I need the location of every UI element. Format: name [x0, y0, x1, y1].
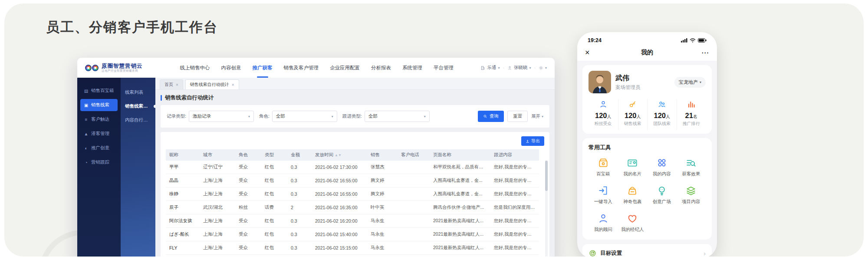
- tab-close-icon[interactable]: ×: [176, 82, 178, 87]
- goal-setting-row[interactable]: 目标设置 ›: [582, 244, 712, 257]
- table-cell: 叶中英: [367, 201, 398, 214]
- filter-select[interactable]: 全部▾: [272, 111, 337, 122]
- user-menu[interactable]: 张晓晓▾: [507, 65, 531, 71]
- filter-select[interactable]: 激励记录▾: [189, 111, 254, 122]
- company-switcher[interactable]: 乐通▾: [480, 65, 500, 71]
- column-header[interactable]: 类型: [261, 149, 287, 161]
- main-menu-item[interactable]: 平台管理: [434, 65, 454, 71]
- table-cell: [398, 174, 430, 188]
- table-cell: 话费: [261, 201, 287, 214]
- main-menu-item[interactable]: 内容创意: [221, 65, 241, 71]
- sidebar-item[interactable]: ▣销售线索: [80, 99, 118, 111]
- more-menu-icon[interactable]: ⋯: [701, 49, 709, 56]
- filter-group: 角色:全部▾: [259, 111, 337, 122]
- table-cell: 2021最新热卖高端红人...: [430, 214, 490, 228]
- reset-button[interactable]: 重置: [507, 111, 528, 122]
- tool-item[interactable]: 一键导入: [589, 185, 618, 205]
- org-selector[interactable]: 宝龙地产▾: [674, 77, 706, 88]
- tool-label: 获客效果: [682, 171, 700, 177]
- tool-item[interactable]: 项目内容: [677, 185, 706, 205]
- submenu-item[interactable]: 销售线索自...: [121, 99, 155, 113]
- tool-item[interactable]: 我的内容: [647, 157, 677, 177]
- building-icon: [480, 66, 485, 70]
- tool-label: 神奇包裹: [623, 199, 641, 205]
- column-header[interactable]: 客户电话: [398, 149, 430, 161]
- column-header[interactable]: 发放时间▲▼: [312, 149, 367, 161]
- table-cell: 粉丝: [235, 255, 261, 257]
- mobile-app-window: 19:24 × 我的 ⋯: [577, 32, 717, 257]
- stat-item[interactable]: 120人粉丝受众: [589, 99, 618, 130]
- settings-menu[interactable]: ▾: [539, 66, 547, 70]
- table-cell: [398, 188, 430, 201]
- sidebar-item[interactable]: ◐推广创意: [80, 142, 118, 154]
- table-cell: 红包: [261, 188, 287, 201]
- main-menu-item[interactable]: 销售及客户管理: [284, 65, 319, 71]
- sidebar-item[interactable]: ▲潜客管理: [80, 128, 118, 140]
- tab-close-icon[interactable]: ×: [232, 82, 234, 87]
- table-cell: 您好,我是您的专属顾问腾文婷,有...: [490, 174, 539, 188]
- table-cell: 您好,我是您的专属顾问马永生,有...: [490, 228, 539, 241]
- table-cell: 平平: [166, 161, 200, 174]
- search-button[interactable]: 查询: [478, 111, 504, 122]
- tool-item[interactable]: 我的经纪人: [618, 213, 648, 233]
- table-row[interactable]: 平平辽宁/辽宁受众红包0.32021-06-02 17:30:00张慧杰和平双悦…: [166, 161, 539, 174]
- sidebar-item-label: 推广创意: [91, 145, 109, 151]
- column-header[interactable]: 昵称: [166, 149, 200, 161]
- table-row[interactable]: ばぎ-船长上海/上海受众红包0.32021-06-02 15:40:00马永生2…: [166, 228, 539, 241]
- bulb-icon: [656, 185, 667, 196]
- filter-select[interactable]: 全部▾: [365, 111, 430, 122]
- table-cell: [398, 228, 430, 241]
- sidebar-item[interactable]: ▤销售百宝箱: [80, 85, 118, 97]
- table-scrollbar[interactable]: [545, 161, 548, 257]
- main-menu-item[interactable]: 推广获客: [253, 65, 273, 71]
- table-row[interactable]: 阿尔法女孩上海/上海粉丝话费22021-06-02 15:10:00马永生202…: [166, 255, 539, 257]
- column-header[interactable]: 销售: [367, 149, 398, 161]
- table-row[interactable]: FLY上海/上海受众红包0.32021-06-02 15:15:00马永生202…: [166, 241, 539, 255]
- column-header[interactable]: 页面名称: [430, 149, 490, 161]
- tool-item[interactable]: 我的顾问: [589, 213, 618, 233]
- phone-nav-bar: × 我的 ⋯: [577, 44, 717, 61]
- main-menu-item[interactable]: 分析报表: [371, 65, 391, 71]
- table-row[interactable]: 徐静上海/上海受众红包0.32021-06-02 16:55:00腾文婷入围高端…: [166, 188, 539, 201]
- stat-item[interactable]: 120人销售线索: [618, 99, 648, 130]
- main-menu-item[interactable]: 线上销售中心: [180, 65, 210, 71]
- sidebar-item[interactable]: ◔营销跟踪: [80, 156, 118, 168]
- table-cell: 腾文婷: [367, 188, 398, 201]
- table-row[interactable]: 晶晶上海/上海受众红包0.32021-06-02 16:55:00腾文婷入围高端…: [166, 174, 539, 188]
- stat-item[interactable]: 21名推广排行: [677, 99, 706, 130]
- tool-item[interactable]: 神奇包裹: [618, 185, 648, 205]
- table-cell: 马永生: [367, 214, 398, 228]
- table-cell: 腾文婷: [367, 174, 398, 188]
- expand-filters-link[interactable]: 展开▾: [531, 113, 543, 119]
- table-cell: 红包: [261, 214, 287, 228]
- desktop-main-menu: 线上销售中心内容创意推广获客销售及客户管理企业应用配置分析报表系统管理平台管理: [180, 65, 454, 71]
- tool-item[interactable]: 创意广场: [647, 185, 677, 205]
- close-icon[interactable]: ×: [585, 49, 590, 56]
- open-tab[interactable]: 销售线索自行动统计×: [185, 79, 239, 89]
- sidebar-item[interactable]: ≡客户触达: [80, 113, 118, 125]
- column-header[interactable]: 跟进内容: [490, 149, 539, 161]
- scrollbar-thumb[interactable]: [545, 161, 548, 191]
- table-cell: 0.3: [287, 228, 312, 241]
- table-cell: 上海/上海: [200, 174, 235, 188]
- table-row[interactable]: 辰子武汉/湖北粉丝话费22021-06-02 16:35:00叶中英腾讯合作伙伴…: [166, 201, 539, 214]
- column-header[interactable]: 金额: [287, 149, 312, 161]
- table-row[interactable]: 阿尔法女孩上海/上海受众红包0.32021-06-02 16:20:00马永生2…: [166, 214, 539, 228]
- export-button[interactable]: 导出: [521, 136, 544, 146]
- main-menu-item[interactable]: 系统管理: [402, 65, 422, 71]
- table-cell: 2021-06-02 15:40:00: [312, 228, 367, 241]
- submenu-item[interactable]: 内容自行动...: [121, 113, 155, 127]
- user-name: 武伟: [615, 74, 670, 83]
- tool-item[interactable]: 获客效果: [677, 157, 706, 177]
- stat-item[interactable]: 120人团队线索: [647, 99, 677, 130]
- open-tab[interactable]: 首页×: [160, 79, 183, 89]
- main-menu-item[interactable]: 企业应用配置: [330, 65, 360, 71]
- sort-icon[interactable]: ▲▼: [335, 153, 342, 157]
- chevron-right-icon: ›: [704, 250, 706, 257]
- column-header[interactable]: 城市: [200, 149, 235, 161]
- submenu-item[interactable]: 线索列表: [121, 86, 155, 99]
- tool-item[interactable]: 百宝箱: [589, 157, 618, 177]
- column-header[interactable]: 角色: [235, 149, 261, 161]
- tool-item[interactable]: 我的名片: [618, 157, 648, 177]
- table-cell: 马永生: [367, 228, 398, 241]
